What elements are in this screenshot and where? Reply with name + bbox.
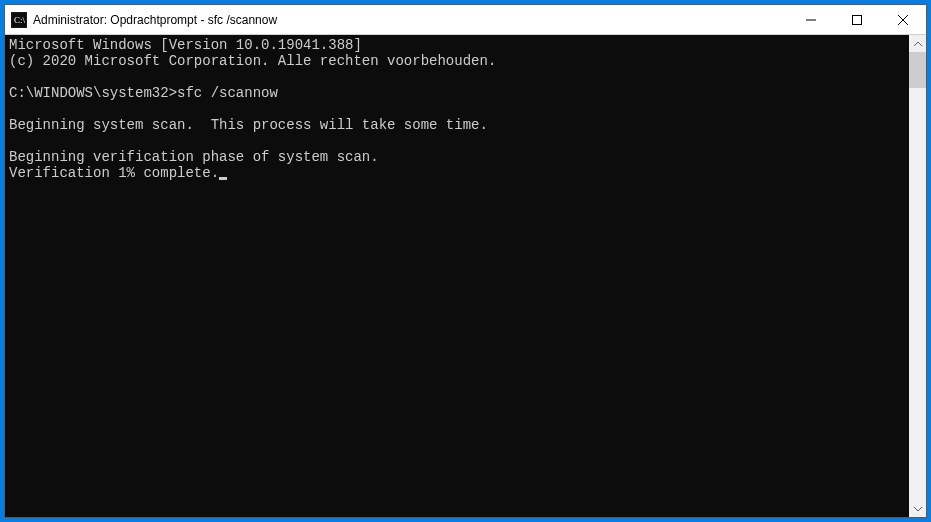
chevron-up-icon bbox=[914, 40, 922, 48]
terminal-line: C:\WINDOWS\system32>sfc /scannow bbox=[9, 85, 278, 101]
scroll-track[interactable] bbox=[909, 52, 926, 500]
terminal-line: Beginning verification phase of system s… bbox=[9, 149, 379, 165]
close-icon bbox=[898, 15, 908, 25]
minimize-button[interactable] bbox=[788, 5, 834, 34]
maximize-icon bbox=[852, 15, 862, 25]
close-button[interactable] bbox=[880, 5, 926, 34]
maximize-button[interactable] bbox=[834, 5, 880, 34]
scroll-thumb[interactable] bbox=[909, 52, 926, 88]
terminal-cursor bbox=[219, 177, 227, 180]
scroll-up-button[interactable] bbox=[909, 35, 926, 52]
window-controls bbox=[788, 5, 926, 34]
window-title: Administrator: Opdrachtprompt - sfc /sca… bbox=[33, 13, 788, 27]
terminal-line: Verification 1% complete. bbox=[9, 165, 219, 181]
chevron-down-icon bbox=[914, 505, 922, 513]
terminal-line: (c) 2020 Microsoft Corporation. Alle rec… bbox=[9, 53, 496, 69]
scroll-down-button[interactable] bbox=[909, 500, 926, 517]
titlebar[interactable]: C:\ Administrator: Opdrachtprompt - sfc … bbox=[5, 5, 926, 35]
content-area: Microsoft Windows [Version 10.0.19041.38… bbox=[5, 35, 926, 517]
svg-text:C:\: C:\ bbox=[14, 15, 26, 25]
vertical-scrollbar[interactable] bbox=[909, 35, 926, 517]
minimize-icon bbox=[806, 15, 816, 25]
terminal-output[interactable]: Microsoft Windows [Version 10.0.19041.38… bbox=[5, 35, 909, 517]
svg-rect-4 bbox=[853, 15, 862, 24]
terminal-line: Beginning system scan. This process will… bbox=[9, 117, 488, 133]
command-prompt-window: C:\ Administrator: Opdrachtprompt - sfc … bbox=[4, 4, 927, 518]
terminal-line: Microsoft Windows [Version 10.0.19041.38… bbox=[9, 37, 362, 53]
command-prompt-icon: C:\ bbox=[11, 12, 27, 28]
